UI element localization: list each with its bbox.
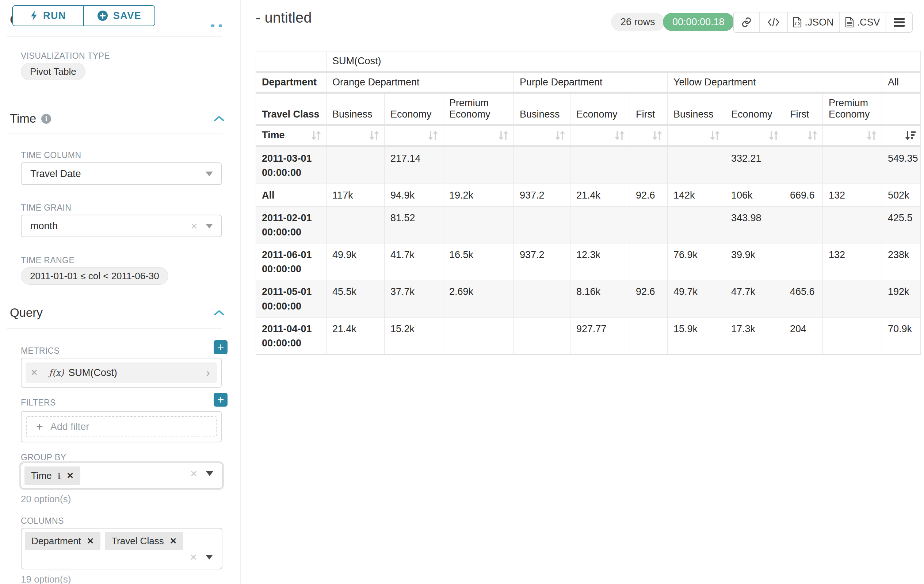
- run-button[interactable]: RUN: [13, 6, 83, 26]
- embed-code-button[interactable]: [759, 12, 787, 32]
- column-name-row: Travel ClassBusinessEconomyPremium Econo…: [256, 93, 921, 125]
- run-save-button-group: RUN SAVE: [12, 5, 155, 26]
- value-cell: 192k: [882, 280, 921, 317]
- remove-chip-icon[interactable]: ✕: [67, 471, 74, 481]
- time-section-header[interactable]: Time i: [10, 112, 224, 125]
- column-header: Business: [514, 93, 571, 125]
- select-chip[interactable]: Department✕: [25, 532, 101, 550]
- value-cell: [514, 146, 571, 184]
- chart-title[interactable]: - untitled: [256, 10, 312, 26]
- select-chip[interactable]: Travel Class✕: [105, 532, 183, 550]
- table-row: 2011-02-01 00:00:0081.52343.98425.5: [256, 206, 921, 243]
- add-metric-button[interactable]: +: [214, 340, 228, 354]
- columns-select[interactable]: Department✕Travel Class✕ ×: [21, 528, 223, 569]
- value-cell: [327, 206, 384, 243]
- column-sort-button[interactable]: [725, 125, 784, 146]
- save-button[interactable]: SAVE: [83, 6, 155, 26]
- value-cell: [784, 243, 823, 280]
- row-count-badge: 26 rows: [611, 13, 665, 31]
- hamburger-menu-icon: [894, 18, 905, 26]
- filters-label: FILTERS: [21, 398, 56, 408]
- column-header: Economy: [571, 93, 630, 125]
- value-cell: 45.5k: [327, 280, 384, 317]
- viz-type-pill[interactable]: Pivot Table: [21, 63, 86, 80]
- group-by-select[interactable]: Timei✕ ×: [21, 463, 223, 489]
- columns-label: COLUMNS: [21, 516, 64, 526]
- time-column-select[interactable]: Travel Date: [21, 163, 222, 185]
- column-header: First: [630, 93, 668, 125]
- value-cell: 92.6: [630, 280, 668, 317]
- column-sort-button[interactable]: [443, 125, 514, 146]
- column-sort-button[interactable]: [384, 125, 443, 146]
- pivot-table: SUM(Cost) DepartmentOrange DepartmentPur…: [256, 51, 921, 355]
- bolt-icon: [30, 10, 38, 21]
- clear-icon[interactable]: ×: [190, 551, 197, 563]
- value-cell: [784, 146, 823, 184]
- time-range-pill[interactable]: 2011-01-01 ≤ col < 2011-06-30: [21, 267, 168, 285]
- chevron-up-icon[interactable]: [214, 116, 224, 122]
- add-filter-plus-button[interactable]: +: [214, 393, 228, 406]
- value-cell: [571, 146, 630, 184]
- clear-icon[interactable]: ×: [190, 467, 197, 479]
- add-filter-button[interactable]: + Add filter: [26, 416, 216, 437]
- value-cell: 19.2k: [443, 184, 514, 206]
- column-sort-button[interactable]: [882, 125, 921, 146]
- file-csv-icon: [845, 17, 854, 28]
- value-cell: 94.9k: [384, 184, 443, 206]
- row-label: 2011-05-01 00:00:00: [256, 280, 327, 317]
- metric-header-cell: SUM(Cost): [327, 51, 921, 72]
- value-cell: 106k: [725, 184, 784, 206]
- column-sort-button[interactable]: [327, 125, 384, 146]
- time-sort-header[interactable]: Time: [256, 125, 327, 146]
- metric-pill[interactable]: ✕ ƒ(x) SUM(Cost) ›: [26, 362, 217, 383]
- query-section-header[interactable]: Query: [10, 306, 224, 320]
- row-axis-header: Department: [256, 72, 327, 93]
- column-sort-button[interactable]: [630, 125, 668, 146]
- export-json-button[interactable]: .JSON: [787, 12, 839, 32]
- group-by-label: GROUP BY: [21, 452, 66, 462]
- chevron-up-icon[interactable]: [214, 310, 224, 316]
- export-csv-button[interactable]: .CSV: [839, 12, 886, 32]
- chevron-up-icon: [219, 25, 222, 27]
- chevron-down-icon[interactable]: [206, 471, 213, 476]
- column-sort-button[interactable]: [571, 125, 630, 146]
- remove-chip-icon[interactable]: ✕: [170, 536, 177, 546]
- clear-icon[interactable]: ×: [191, 220, 198, 232]
- metrics-control: ✕ ƒ(x) SUM(Cost) ›: [21, 358, 222, 388]
- chevron-down-icon: [206, 171, 213, 176]
- column-header: Premium Economy: [823, 93, 882, 125]
- column-sort-button[interactable]: [784, 125, 823, 146]
- columns-chips: Department✕Travel Class✕: [25, 532, 218, 550]
- column-sort-button[interactable]: [823, 125, 882, 146]
- value-cell: 41.7k: [384, 243, 443, 280]
- select-chip[interactable]: Timei✕: [25, 466, 80, 485]
- column-sort-button[interactable]: [668, 125, 725, 146]
- more-options-button[interactable]: [886, 12, 912, 32]
- value-cell: 17.3k: [725, 317, 784, 354]
- time-grain-select[interactable]: month ×: [21, 215, 222, 237]
- value-cell: 70.9k: [882, 317, 921, 354]
- plus-circle-icon: [97, 10, 108, 21]
- value-cell: [327, 146, 384, 184]
- value-cell: 937.2: [514, 184, 571, 206]
- value-cell: 76.9k: [668, 243, 725, 280]
- time-range-label: TIME RANGE: [21, 255, 74, 265]
- row-label: All: [256, 184, 327, 206]
- column-group-header: Orange Department: [327, 72, 514, 93]
- chevron-up-icon: [211, 25, 214, 27]
- column-header: Economy: [384, 93, 443, 125]
- value-cell: [514, 317, 571, 354]
- value-cell: 16.5k: [443, 243, 514, 280]
- chevron-right-icon[interactable]: ›: [199, 362, 217, 383]
- remove-chip-icon[interactable]: ✕: [87, 536, 94, 546]
- remove-metric-icon[interactable]: ✕: [26, 368, 43, 378]
- column-sort-button[interactable]: [514, 125, 571, 146]
- divider: [7, 328, 222, 329]
- chevron-down-icon[interactable]: [206, 555, 213, 559]
- column-group-row: DepartmentOrange DepartmentPurple Depart…: [256, 72, 921, 93]
- column-header: [882, 93, 921, 125]
- copy-link-button[interactable]: [734, 12, 759, 32]
- value-cell: [514, 206, 571, 243]
- code-icon: [767, 18, 780, 27]
- divider: [7, 36, 222, 37]
